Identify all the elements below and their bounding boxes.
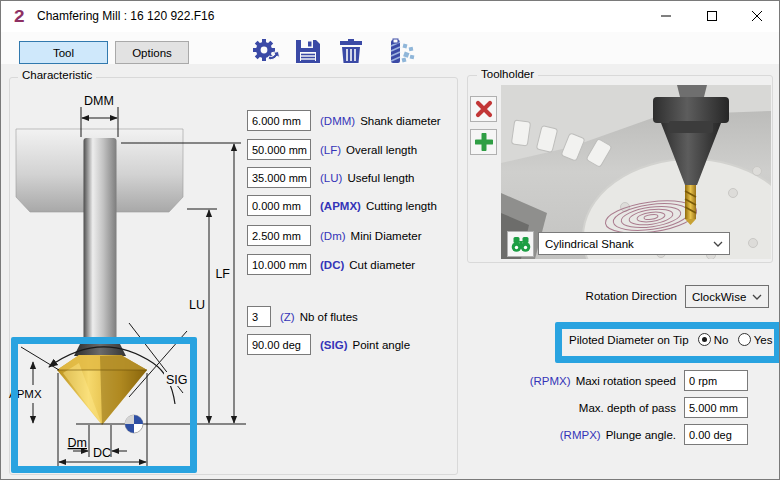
label-shank-diameter: (DMM)Shank diameter	[320, 110, 441, 131]
input-point-angle[interactable]: 90.00 deg	[247, 334, 311, 355]
label-cutting-length: (APMX)Cutting length	[320, 195, 437, 216]
dim-label-lf: LF	[215, 267, 230, 281]
input-maxi-rotation-speed[interactable]: 0 rpm	[684, 370, 748, 391]
rotation-direction-dropdown[interactable]: ClockWise	[685, 285, 769, 308]
input-shank-diameter[interactable]: 6.000 mm	[247, 110, 311, 131]
code-dm: (Dm)	[320, 230, 346, 242]
tab-options[interactable]: Options	[115, 41, 189, 64]
text-point-angle: Point angle	[352, 339, 410, 351]
radio-no[interactable]: No	[698, 334, 729, 346]
label-overall-length: (LF)Overall length	[320, 139, 417, 160]
tool-diagram: DMM LF LU APMX SIG DC Dm	[1, 81, 251, 480]
code-rmpx: (RMPX)	[560, 429, 601, 441]
binoculars-icon	[511, 236, 531, 253]
close-button[interactable]	[734, 1, 780, 31]
input-max-depth-of-pass[interactable]: 5.000 mm	[684, 397, 748, 418]
input-plunge-angle[interactable]: 0.00 deg	[684, 424, 748, 445]
text-overall-length: Overall length	[346, 144, 417, 156]
maximize-icon	[706, 10, 718, 22]
rotation-direction-value: ClockWise	[692, 291, 746, 303]
shank-type-value: Cylindrical Shank	[545, 238, 634, 250]
input-mini-diameter[interactable]: 2.500 mm	[247, 225, 311, 246]
code-apmx: (APMX)	[320, 200, 361, 212]
radio-yes[interactable]: Yes	[738, 334, 773, 346]
label-useful-length: (LU)Useful length	[320, 167, 415, 188]
input-overall-length[interactable]: 50.000 mm	[247, 139, 311, 160]
input-cut-diameter[interactable]: 10.000 mm	[247, 254, 311, 275]
label-point-angle: (SIG)Point angle	[320, 334, 410, 355]
code-dc: (DC)	[320, 259, 344, 271]
gear-sync-icon	[251, 38, 281, 65]
code-dmm: (DMM)	[320, 115, 355, 127]
input-useful-length[interactable]: 35.000 mm	[247, 167, 311, 188]
label-mini-diameter: (Dm)Mini Diameter	[320, 225, 421, 246]
dim-label-apmx: APMX	[9, 388, 42, 400]
radio-no-label[interactable]: No	[714, 334, 729, 346]
dim-label-sig: SIG	[166, 373, 188, 387]
tool-simulation-button[interactable]	[386, 38, 416, 65]
trash-icon	[337, 38, 367, 65]
minimize-icon	[660, 10, 672, 22]
close-icon	[751, 10, 763, 22]
dim-label-lu: LU	[189, 298, 205, 312]
maximize-button[interactable]	[689, 1, 735, 31]
label-plunge-angle: (RMPX)Plunge angle.	[436, 424, 676, 446]
radio-yes-label[interactable]: Yes	[754, 334, 773, 346]
label-cut-diameter: (DC)Cut diameter	[320, 254, 415, 275]
text-shank-diameter: Shank diameter	[360, 115, 441, 127]
toolholder-add-button[interactable]	[470, 129, 497, 155]
code-rpmx: (RPMX)	[530, 375, 571, 387]
settings-sync-button[interactable]	[251, 38, 281, 65]
dim-label-dmm: DMM	[84, 94, 114, 108]
toolholder-group-label: Toolholder	[477, 68, 538, 80]
dim-label-dc: DC	[93, 446, 111, 460]
tool-simulation-icon	[386, 38, 416, 65]
chevron-down-icon	[752, 294, 762, 300]
tool-editor-window: 2 Chamfering Mill : 16 120 922.F16 Tool …	[0, 0, 780, 480]
piloted-diameter-row: Piloted Diameter on Tip No Yes	[569, 333, 772, 346]
red-cross-icon	[475, 100, 493, 118]
input-cutting-length[interactable]: 0.000 mm	[247, 195, 311, 216]
chevron-down-icon	[713, 241, 723, 247]
search-toolholder-button[interactable]	[507, 231, 534, 257]
code-z: (Z)	[280, 311, 295, 323]
text-maxi-rotation-speed: Maxi rotation speed	[576, 375, 676, 387]
save-icon	[293, 38, 323, 65]
text-nb-flutes: Nb of flutes	[300, 311, 358, 323]
radio-no-circle[interactable]	[698, 333, 711, 346]
text-mini-diameter: Mini Diameter	[351, 230, 422, 242]
text-useful-length: Useful length	[347, 172, 414, 184]
text-cutting-length: Cutting length	[366, 200, 437, 212]
characteristic-group-label: Characteristic	[18, 69, 96, 81]
green-plus-icon	[475, 133, 493, 151]
code-lu: (LU)	[320, 172, 342, 184]
input-nb-flutes[interactable]: 3	[247, 306, 271, 327]
code-sig: (SIG)	[320, 339, 347, 351]
app-logo-icon: 2	[14, 8, 25, 27]
code-lf: (LF)	[320, 144, 341, 156]
window-title: Chamfering Mill : 16 120 922.F16	[37, 9, 214, 23]
tool-origin-marker	[125, 415, 143, 433]
piloted-diameter-label: Piloted Diameter on Tip	[569, 334, 689, 346]
rotation-direction-label: Rotation Direction	[477, 285, 677, 307]
toolholder-delete-button[interactable]	[470, 96, 497, 122]
label-max-depth-of-pass: Max. depth of pass	[436, 397, 676, 419]
tab-tool[interactable]: Tool	[19, 41, 108, 64]
minimize-button[interactable]	[643, 1, 689, 31]
label-maxi-rotation-speed: (RPMX)Maxi rotation speed	[436, 370, 676, 392]
delete-button[interactable]	[337, 38, 367, 65]
text-max-depth-of-pass: Max. depth of pass	[579, 402, 676, 414]
text-cut-diameter: Cut diameter	[349, 259, 415, 271]
dim-label-dm: Dm	[68, 436, 87, 450]
text-plunge-angle: Plunge angle.	[606, 429, 676, 441]
save-button[interactable]	[293, 38, 323, 65]
shank-type-dropdown[interactable]: Cylindrical Shank	[538, 232, 730, 255]
label-nb-flutes: (Z)Nb of flutes	[280, 306, 358, 327]
radio-yes-circle[interactable]	[738, 333, 751, 346]
